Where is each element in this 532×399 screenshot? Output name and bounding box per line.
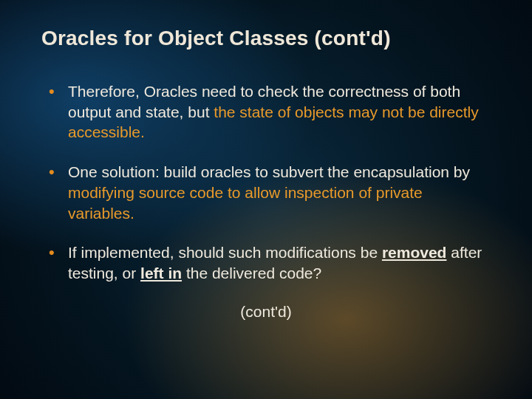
continued-label: (cont'd): [41, 303, 491, 321]
slide: Oracles for Object Classes (cont'd) Ther…: [0, 0, 532, 399]
bullet-3-c: the delivered code?: [182, 265, 321, 282]
bullet-list: Therefore, Oracles need to check the cor…: [49, 81, 491, 284]
bullet-2-highlight: modifying source code to allow inspectio…: [68, 184, 423, 222]
slide-title: Oracles for Object Classes (cont'd): [41, 27, 491, 50]
bullet-2-text: One solution: build oracles to subvert t…: [68, 163, 470, 180]
bullet-3-leftin: left in: [140, 265, 182, 282]
bullet-3-removed: removed: [382, 244, 447, 261]
bullet-2: One solution: build oracles to subvert t…: [49, 162, 491, 223]
bullet-1: Therefore, Oracles need to check the cor…: [49, 81, 491, 143]
bullet-3-a: If implemented, should such modification…: [68, 244, 382, 261]
bullet-3: If implemented, should such modification…: [49, 242, 491, 283]
